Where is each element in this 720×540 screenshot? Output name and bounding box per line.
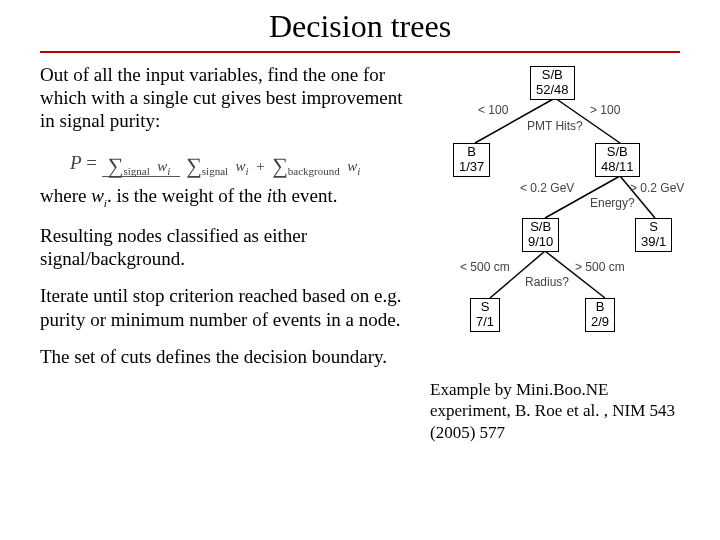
tree-node-label: S/B — [601, 145, 634, 160]
tree-node-label: S — [641, 220, 666, 235]
lead-text: Out of all the input variables, find the… — [40, 63, 410, 133]
tree-node-n21: S 39/1 — [635, 218, 672, 252]
eq-num-sub: i — [167, 165, 170, 177]
tree-split-var: PMT Hits? — [527, 119, 583, 133]
tree-branch-label: < 500 cm — [460, 260, 510, 274]
tree-node-counts: 2/9 — [591, 315, 609, 330]
tree-node-counts: 52/48 — [536, 83, 569, 98]
tree-split-var: Energy? — [590, 196, 635, 210]
tree-split-var: Radius? — [525, 275, 569, 289]
tree-node-counts: 39/1 — [641, 235, 666, 250]
eq-den-b-sub: i — [357, 165, 360, 177]
tree-branch-label: < 100 — [478, 103, 508, 117]
eq-lhs: P — [70, 152, 82, 173]
paragraph-3: Iterate until stop criterion reached bas… — [40, 284, 410, 330]
sigma-icon: ∑ — [186, 153, 202, 178]
decision-tree-diagram: S/B 52/48 < 100 > 100 PMT Hits? B 1/37 S… — [430, 63, 680, 373]
right-column: S/B 52/48 < 100 > 100 PMT Hits? B 1/37 S… — [430, 63, 680, 443]
tree-node-n20: S/B 9/10 — [522, 218, 559, 252]
eq-den-b-label: background — [288, 165, 340, 177]
tree-node-n11: S/B 48/11 — [595, 143, 640, 177]
page-title: Decision trees — [0, 0, 720, 51]
figure-caption: Example by Mini.Boo.NE experiment, B. Ro… — [430, 379, 680, 443]
eq-den-a-label: signal — [202, 165, 228, 177]
where-post: . is the weight of the — [107, 185, 267, 206]
purity-equation: P = ∑signal wi ∑signal wi + ∑background … — [40, 147, 410, 184]
eq-den-a-var: w — [236, 158, 246, 174]
tree-node-n31: B 2/9 — [585, 298, 615, 332]
eq-den-b-var: w — [347, 158, 357, 174]
eq-num-var: w — [157, 158, 167, 174]
tree-node-counts: 48/11 — [601, 160, 634, 175]
tree-node-root: S/B 52/48 — [530, 66, 575, 100]
sigma-icon: ∑ — [272, 153, 288, 178]
where-end: th event. — [272, 185, 337, 206]
tree-node-label: B — [591, 300, 609, 315]
where-text: where wi. is the weight of the ith event… — [40, 184, 410, 210]
tree-branch-label: < 0.2 GeV — [520, 181, 574, 195]
eq-equals: = — [86, 152, 101, 173]
eq-denominator: ∑signal wi + ∑background wi — [180, 156, 366, 174]
tree-node-label: S — [476, 300, 494, 315]
paragraph-4: The set of cuts defines the decision bou… — [40, 345, 410, 368]
eq-fraction: ∑signal wi ∑signal wi + ∑background wi — [102, 151, 367, 178]
eq-numerator: ∑signal wi — [102, 158, 180, 177]
eq-num-label: signal — [124, 165, 150, 177]
tree-branch-label: > 500 cm — [575, 260, 625, 274]
title-underline — [40, 51, 680, 53]
paragraph-2: Resulting nodes classified as either sig… — [40, 224, 410, 270]
eq-den-a-sub: i — [246, 165, 249, 177]
tree-node-n10: B 1/37 — [453, 143, 490, 177]
tree-node-counts: 9/10 — [528, 235, 553, 250]
tree-node-counts: 1/37 — [459, 160, 484, 175]
tree-node-label: B — [459, 145, 484, 160]
tree-branch-label: > 100 — [590, 103, 620, 117]
tree-node-label: S/B — [528, 220, 553, 235]
body-columns: Out of all the input variables, find the… — [0, 63, 720, 443]
sigma-icon: ∑ — [108, 153, 124, 178]
tree-node-counts: 7/1 — [476, 315, 494, 330]
where-var: w — [91, 185, 104, 206]
left-column: Out of all the input variables, find the… — [40, 63, 410, 443]
tree-branch-label: > 0.2 GeV — [630, 181, 684, 195]
tree-node-n30: S 7/1 — [470, 298, 500, 332]
where-pre: where — [40, 185, 91, 206]
tree-node-label: S/B — [536, 68, 569, 83]
